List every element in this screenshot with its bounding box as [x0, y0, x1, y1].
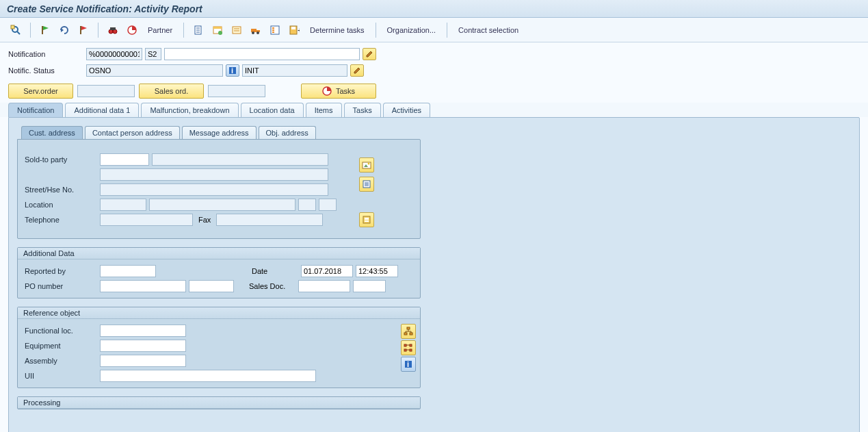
organization-button[interactable]: Organization... [383, 25, 440, 36]
additional-data-title: Additional Data [18, 248, 420, 259]
tab-tasks[interactable]: Tasks [344, 103, 381, 117]
text-lines-icon[interactable] [359, 177, 374, 192]
svg-rect-15 [213, 27, 222, 29]
street-label: Street/Hse No. [25, 186, 100, 194]
sales-doc-item-field[interactable] [353, 280, 386, 292]
svg-rect-43 [365, 220, 369, 222]
time-field[interactable] [356, 265, 398, 277]
svg-rect-53 [410, 344, 412, 346]
contract-selection-button[interactable]: Contract selection [454, 25, 523, 36]
date-field[interactable] [301, 265, 353, 277]
application-toolbar: Partner + Determine tasks Organization..… [0, 18, 868, 42]
sold-to-line2-field [100, 168, 328, 181]
sold-to-name-field [152, 153, 328, 166]
svg-line-1 [17, 31, 20, 34]
reported-by-field[interactable] [100, 265, 156, 277]
uii-field[interactable] [100, 370, 316, 382]
tab-activities[interactable]: Activities [383, 103, 430, 117]
po-item-field[interactable] [189, 280, 234, 292]
image-icon[interactable] [359, 157, 374, 173]
inner-tab-obj[interactable]: Obj. address [259, 126, 316, 139]
tab-additional-data-1[interactable]: Additional data 1 [65, 103, 139, 117]
svg-rect-3 [42, 26, 43, 34]
edit-status-icon[interactable] [350, 64, 364, 77]
sales-doc-field[interactable] [298, 280, 350, 292]
svg-rect-54 [410, 349, 412, 351]
po-number-field[interactable] [100, 280, 186, 292]
determine-tasks-button[interactable]: Determine tasks [306, 25, 368, 36]
processing-title: Processing [18, 397, 420, 409]
street-field [100, 183, 328, 196]
notification-type-field [145, 48, 161, 60]
sales-ord-button[interactable]: Sales ord. [139, 84, 204, 99]
planner-icon[interactable] [210, 23, 225, 38]
status-label: Notific. Status [8, 66, 83, 75]
location-label: Location [25, 201, 100, 209]
separator [98, 23, 98, 38]
log-icon[interactable] [229, 23, 244, 38]
inner-tab-contact[interactable]: Contact person address [85, 126, 180, 139]
hierarchy-icon[interactable] [401, 324, 416, 339]
edit-icon[interactable] [363, 48, 376, 60]
svg-point-22 [252, 31, 254, 34]
info-icon[interactable]: i [226, 64, 239, 77]
notification-description-field[interactable] [164, 48, 360, 60]
separator [183, 23, 184, 38]
assembly-label: Assembly [25, 357, 100, 365]
page-title: Create Service Notification: Activity Re… [7, 3, 202, 14]
tab-location-data[interactable]: Location data [241, 103, 304, 117]
tab-notification[interactable]: Notification [8, 103, 63, 117]
svg-rect-45 [404, 333, 407, 335]
partner-button[interactable]: Partner [144, 25, 176, 36]
equipment-field[interactable] [100, 340, 186, 352]
search-icon[interactable] [8, 23, 23, 38]
sold-to-label: Sold-to party [25, 155, 100, 164]
tab-content-notification: Cust. address Contact person address Mes… [8, 117, 860, 432]
funcloc-field[interactable] [100, 325, 186, 337]
svg-marker-4 [61, 28, 64, 32]
telephone-field [100, 214, 193, 226]
flag-green-icon[interactable] [38, 23, 53, 38]
notification-label: Notification [8, 50, 83, 58]
info-blue-icon[interactable]: i [401, 357, 416, 372]
undo-icon[interactable] [57, 23, 72, 38]
svg-rect-51 [404, 344, 406, 346]
save-plus-icon[interactable]: + [287, 23, 302, 38]
notification-number-field [86, 48, 142, 60]
svg-rect-20 [251, 29, 257, 32]
sales-ord-field [208, 85, 265, 97]
inner-tabstrip: Cust. address Contact person address Mes… [17, 126, 851, 139]
svg-rect-44 [407, 327, 410, 329]
svg-rect-8 [110, 27, 116, 30]
svg-rect-17 [233, 27, 241, 34]
serv-order-button[interactable]: Serv.order [8, 84, 73, 99]
tab-malfunction[interactable]: Malfunction, breakdown [141, 103, 238, 117]
address-icon[interactable] [359, 212, 374, 227]
svg-rect-42 [365, 218, 369, 220]
reference-object-group: Reference object Functional loc. Equipme… [17, 307, 421, 388]
uii-label: UII [25, 372, 100, 380]
truck-icon[interactable] [248, 23, 263, 38]
telephone-label: Telephone [25, 216, 100, 224]
document-icon[interactable] [191, 23, 206, 38]
svg-text:i: i [231, 66, 233, 75]
svg-text:+: + [298, 26, 300, 34]
sold-to-code-field[interactable] [100, 153, 149, 166]
inner-tab-cust-address[interactable]: Cust. address [21, 126, 83, 139]
assembly-field[interactable] [100, 355, 186, 367]
tasks-button[interactable]: Tasks [301, 84, 376, 99]
location-postal-field [100, 199, 146, 211]
structure-icon[interactable] [401, 340, 416, 355]
separator [30, 23, 31, 38]
binoculars-icon[interactable] [105, 23, 120, 38]
location-city-field [149, 199, 295, 211]
tasks-icon [322, 86, 332, 96]
svg-point-36 [368, 163, 370, 165]
list-icon[interactable] [267, 23, 282, 38]
svg-rect-52 [404, 349, 406, 351]
pie-chart-icon[interactable] [124, 23, 140, 38]
flag-red-icon[interactable] [76, 23, 91, 38]
svg-rect-27 [272, 31, 274, 33]
inner-tab-message[interactable]: Message address [182, 126, 257, 139]
tab-items[interactable]: Items [306, 103, 342, 117]
